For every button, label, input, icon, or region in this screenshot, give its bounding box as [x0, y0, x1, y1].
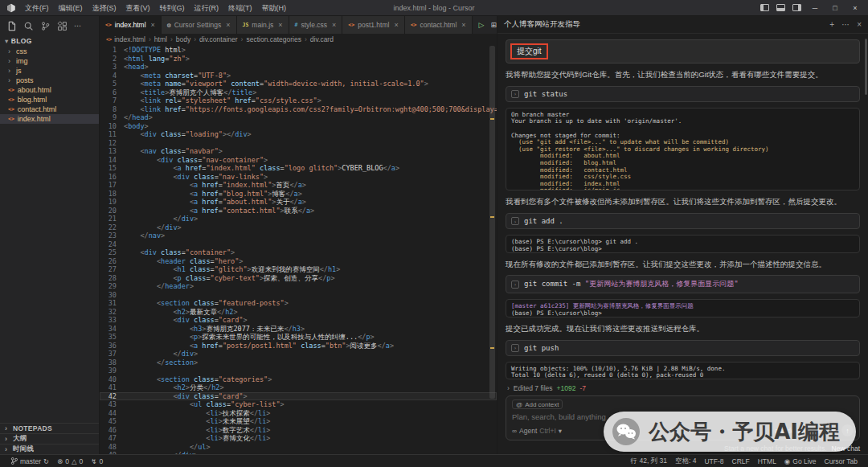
- folder-css[interactable]: ›css: [0, 47, 99, 56]
- maximize-button[interactable]: □: [829, 4, 841, 12]
- tab-main.js[interactable]: JSmain.js×: [237, 16, 289, 34]
- line-number: 5: [100, 80, 124, 88]
- indentation[interactable]: 空格: 4: [671, 457, 700, 466]
- tab-Cursor Settings[interactable]: ⚙Cursor Settings×: [162, 16, 237, 34]
- agent-mode-selector[interactable]: ∞ Agent Ctrl+I ▾: [512, 427, 562, 435]
- line-number: 7: [100, 96, 124, 105]
- toggle-sidebar-icon[interactable]: [760, 4, 769, 11]
- modified-mark: [490, 118, 494, 120]
- edited-files-row[interactable]: › Edited 7 files +1092 -7: [497, 383, 868, 394]
- menu-item-6[interactable]: 终端(T): [223, 0, 257, 16]
- toggle-secondary-sidebar-icon[interactable]: [792, 4, 801, 11]
- chat-scroll[interactable]: 提交git我将帮助您提交代码到Git仓库。首先，让我们检查当前的Git状态，看看…: [497, 34, 868, 383]
- menu-item-3[interactable]: 查看(V): [121, 0, 155, 16]
- line-content: <div class="card">: [124, 316, 248, 325]
- crumb-index.html[interactable]: <>index.html: [106, 35, 145, 43]
- tab-post1.html[interactable]: <>post1.html×: [342, 16, 404, 34]
- language-mode[interactable]: HTML: [754, 457, 780, 465]
- split-editor-button[interactable]: ⊞: [491, 21, 497, 29]
- file-contact.html[interactable]: <>contact.html: [0, 104, 99, 114]
- file-blog.html[interactable]: <>blog.html: [0, 95, 99, 104]
- menu-item-2[interactable]: 选择(S): [88, 0, 121, 16]
- html-file-icon: <>: [8, 87, 14, 93]
- code-line-35: 35 <p>探索未来世界的可能性，以及科技与人性的纠缠...</p>: [100, 333, 497, 342]
- warning-count: 0: [80, 457, 84, 465]
- command-block[interactable]: ›git add .: [506, 213, 860, 229]
- search-icon[interactable]: [23, 21, 34, 31]
- crumb-html[interactable]: html: [154, 35, 167, 43]
- command-block[interactable]: ›git status: [506, 86, 860, 102]
- crumb-body[interactable]: body: [176, 35, 190, 43]
- close-tab-icon[interactable]: ×: [330, 21, 336, 29]
- line-content: <h3>赛博朋克2077：未来已来</h3>: [124, 325, 305, 334]
- go-live-button[interactable]: ◉ Go Live: [780, 457, 821, 465]
- folder-js[interactable]: ›js: [0, 66, 99, 76]
- menu-item-0[interactable]: 文件(F): [20, 0, 54, 16]
- menu-item-1[interactable]: 编辑(E): [54, 0, 88, 16]
- file-tree: ›css›img›js›posts<>about.html<>blog.html…: [0, 47, 99, 124]
- crumb-div.container[interactable]: div.container: [199, 35, 238, 43]
- code-line-44: 44 <li>技术探索</li>: [100, 409, 497, 418]
- command-block[interactable]: ›git push: [506, 340, 860, 356]
- file-about.html[interactable]: <>about.html: [0, 85, 99, 95]
- tab-style.css[interactable]: #style.css×: [289, 16, 343, 34]
- chat-scrollbar[interactable]: [865, 39, 867, 95]
- statusbar-right: 行 42, 列 31 空格: 4 UTF-8 CRLF HTML ◉ Go Li…: [627, 457, 862, 466]
- crumb-div.card[interactable]: div.card: [310, 35, 334, 43]
- run-button[interactable]: ▷: [479, 21, 485, 29]
- folder-posts[interactable]: ›posts: [0, 76, 99, 85]
- tab-index.html[interactable]: <>index.html×: [100, 16, 162, 34]
- close-tab-icon[interactable]: ×: [224, 21, 230, 29]
- explorer-sidebar: ⋯ ▾ BLOG ›css›img›js›posts<>about.html<>…: [0, 16, 100, 454]
- close-tab-icon[interactable]: ×: [392, 21, 398, 29]
- new-chat-icon[interactable]: +: [829, 20, 834, 29]
- encoding[interactable]: UTF-8: [700, 457, 727, 465]
- chevron-right-icon: ›: [507, 384, 510, 392]
- tab-contact.html[interactable]: <>contact.html×: [405, 16, 473, 34]
- close-button[interactable]: ×: [849, 4, 862, 12]
- more-views-icon[interactable]: ⋯: [74, 22, 81, 30]
- section-NOTEPADS[interactable]: ›NOTEPADS: [0, 423, 99, 433]
- line-content: <head>: [124, 63, 149, 72]
- section-大纲[interactable]: ›大纲: [0, 433, 99, 444]
- problems-indicator[interactable]: ⊗ 0 △ 0: [53, 457, 87, 465]
- toggle-panel-icon[interactable]: [776, 4, 785, 11]
- command-block[interactable]: ›git commit -m "更新网站为赛博朋克风格，修复界面显示问题": [506, 275, 860, 293]
- menu-item-5[interactable]: 运行(R): [190, 0, 224, 16]
- menu-item-7[interactable]: 帮助(H): [257, 0, 292, 16]
- explorer-section-header[interactable]: ▾ BLOG: [0, 35, 99, 47]
- extensions-icon[interactable]: [57, 21, 68, 31]
- source-control-icon[interactable]: [40, 21, 51, 31]
- cursor-position[interactable]: 行 42, 列 31: [627, 457, 671, 466]
- close-tab-icon[interactable]: ×: [276, 21, 282, 29]
- folder-img[interactable]: ›img: [0, 56, 99, 66]
- branch-indicator[interactable]: master ↻: [6, 457, 53, 465]
- code-line-41: 41 <h2>分类</h2>: [100, 383, 497, 392]
- crumb-section.categories[interactable]: section.categories: [246, 35, 301, 43]
- chat-header: 个人博客网站开发指导 + ⋯ ×: [497, 16, 868, 34]
- minimize-button[interactable]: ─: [809, 4, 821, 12]
- error-count: 0: [65, 457, 69, 465]
- section-时间线[interactable]: ›时间线: [0, 444, 99, 454]
- menu-item-4[interactable]: 转到(G): [155, 0, 190, 16]
- app-window: 文件(F)编辑(E)选择(S)查看(V)转到(G)运行(R)终端(T)帮助(H)…: [0, 0, 868, 467]
- chat-close-icon[interactable]: ×: [857, 20, 862, 29]
- code-editor[interactable]: 1<!DOCTYPE html>2<html lang="zh">3<head>…: [100, 44, 497, 454]
- line-number: 3: [100, 63, 124, 72]
- add-context-chip[interactable]: @ Add context: [512, 399, 563, 409]
- cursor-tab-indicator[interactable]: Cursor Tab: [821, 457, 862, 465]
- line-number: 47: [100, 434, 124, 443]
- close-tab-icon[interactable]: ×: [149, 21, 155, 29]
- folder-chevron-icon: ›: [8, 76, 13, 84]
- explorer-icon[interactable]: [6, 21, 17, 31]
- code-line-37: 37 </div>: [100, 350, 497, 358]
- close-tab-icon[interactable]: ×: [460, 21, 465, 29]
- line-content: <link href="https://fonts.googleapis.com…: [124, 105, 497, 114]
- file-index.html[interactable]: <>index.html: [0, 114, 99, 124]
- ports-indicator[interactable]: ↯ 0: [87, 457, 107, 465]
- scrollbar-thumb[interactable]: [489, 46, 495, 399]
- eol-type[interactable]: CRLF: [728, 457, 754, 465]
- chat-more-icon[interactable]: ⋯: [841, 20, 850, 29]
- editor-scrollbar[interactable]: [488, 44, 497, 454]
- line-number: 30: [100, 291, 124, 300]
